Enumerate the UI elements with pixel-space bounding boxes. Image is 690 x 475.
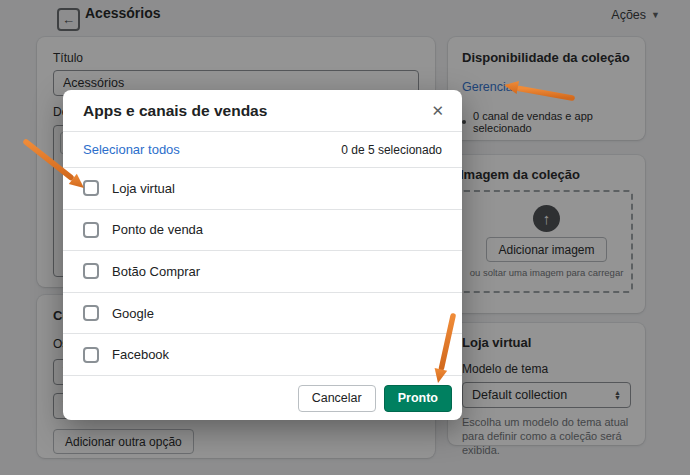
channel-label: Loja virtual xyxy=(112,181,175,196)
channel-checkbox[interactable] xyxy=(83,263,99,279)
channel-row[interactable]: Facebook xyxy=(63,334,462,375)
select-all-link[interactable]: Selecionar todos xyxy=(83,142,180,157)
channel-checkbox[interactable] xyxy=(83,222,99,238)
channel-label: Facebook xyxy=(112,347,169,362)
close-icon[interactable]: ✕ xyxy=(431,103,444,118)
channel-list: Loja virtualPonto de vendaBotão ComprarG… xyxy=(63,168,462,375)
channel-label: Botão Comprar xyxy=(112,264,200,279)
collection-page: ← Acessórios Ações ▼ Título De Co Os T T… xyxy=(0,0,690,475)
cancel-button[interactable]: Cancelar xyxy=(298,385,376,412)
pronto-button[interactable]: Pronto xyxy=(384,385,452,412)
sales-channels-modal: Apps e canais de vendas ✕ Selecionar tod… xyxy=(63,90,462,420)
modal-title: Apps e canais de vendas xyxy=(83,102,267,120)
channel-label: Ponto de venda xyxy=(112,222,203,237)
channel-row[interactable]: Google xyxy=(63,293,462,335)
channel-checkbox[interactable] xyxy=(83,180,99,196)
selected-count: 0 de 5 selecionado xyxy=(341,143,442,157)
channel-row[interactable]: Ponto de venda xyxy=(63,210,462,252)
channel-checkbox[interactable] xyxy=(83,347,99,363)
channel-checkbox[interactable] xyxy=(83,305,99,321)
channel-row[interactable]: Loja virtual xyxy=(63,168,462,210)
channel-label: Google xyxy=(112,306,154,321)
channel-row[interactable]: Botão Comprar xyxy=(63,251,462,293)
